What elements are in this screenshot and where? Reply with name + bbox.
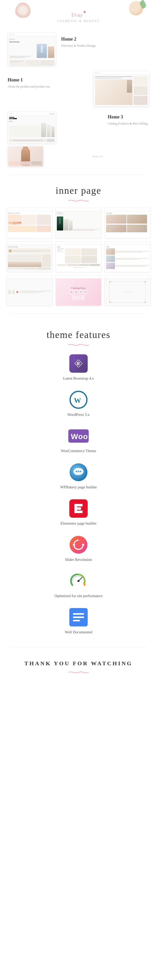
- home2-title: Home 2: [61, 37, 149, 42]
- svg-rect-18: [75, 507, 81, 510]
- svg-point-13: [78, 471, 79, 472]
- inner-page-title: inner page: [5, 185, 152, 196]
- inner-pages-grid: What New Offer: [0, 204, 157, 313]
- documented-label: Well Documented: [65, 630, 92, 634]
- documented-icon: [69, 608, 88, 627]
- svg-text:W: W: [74, 396, 81, 404]
- thankyou-title: THANK YOU FOR WATCHING: [5, 660, 152, 667]
- slider-revolution-label: Slider Revolution: [65, 557, 92, 562]
- wpbakery-icon: [69, 463, 88, 482]
- feature-wpbakery: WPBakery page builder: [60, 462, 97, 489]
- wordpress-icon-wrap: W: [68, 390, 89, 410]
- elementor-label: Elementor page builder: [61, 521, 97, 526]
- inner-page-title-area: inner page: [0, 175, 157, 204]
- theme-features-title: theme features: [10, 329, 147, 340]
- brand-logo: Uray: [5, 8, 152, 19]
- home1-preview[interactable]: [93, 71, 149, 107]
- home1-info: Home 1 About the product and product our: [8, 71, 88, 89]
- thankyou-section: THANK YOU FOR WATCHING: [0, 648, 157, 687]
- inner-page-coming-soon[interactable]: Coming Soon 00 44 47 50: [56, 275, 102, 306]
- svg-point-26: [78, 580, 79, 582]
- feature-optimized: Optimized for site performance: [54, 571, 103, 598]
- woocommerce-label: WooCommerce Theme: [61, 449, 96, 453]
- wordpress-icon: W: [69, 391, 88, 409]
- demos-section: Spray Moisturizing: [0, 27, 157, 174]
- inner-page-shop-offer[interactable]: What New Offer: [6, 208, 52, 239]
- svg-point-20: [70, 536, 87, 554]
- home1-title: Home 1: [8, 77, 88, 83]
- home3-title: Home 3: [108, 115, 149, 120]
- theme-features-section: theme features: [0, 314, 157, 647]
- theme-features-wavy: [68, 342, 89, 344]
- home1-mock: [94, 71, 149, 107]
- home3-right-info: [61, 112, 103, 116]
- home2-mock: Spray Moisturizing: [8, 33, 56, 65]
- product-label: Product list: [46, 155, 149, 158]
- inner-page-blog[interactable]: Blog: [105, 242, 151, 272]
- optimized-label: Optimized for site performance: [54, 594, 103, 598]
- svg-rect-17: [75, 504, 82, 506]
- feature-woocommerce: Woo WooCommerce Theme: [61, 426, 96, 453]
- home3-left-preview[interactable]: White Body: [8, 112, 56, 144]
- inner-page-wavy: [68, 198, 89, 200]
- header-section: Uray Cosmetic & Beauty: [0, 0, 157, 27]
- svg-rect-19: [75, 511, 82, 513]
- home2-info: Home 2 Directory & Product Design: [61, 33, 149, 48]
- slider-revolution-icon-wrap: [68, 535, 89, 555]
- features-grid: B Latest Bootstrap 4.x W WordPress 5.x: [5, 348, 152, 640]
- optimized-icon-wrap: [68, 571, 89, 591]
- home3-previews-row: Product list: [8, 146, 149, 167]
- brand-subtitle: Cosmetic & Beauty: [5, 19, 152, 22]
- inner-page-shop[interactable]: Shop: [56, 242, 102, 272]
- documented-icon-wrap: [68, 607, 89, 627]
- home3-desc: Catalog Products & Best Selling: [108, 121, 149, 126]
- home3-left-mock: White Body: [8, 112, 56, 143]
- svg-point-14: [80, 471, 81, 472]
- home3-woman-preview[interactable]: [8, 146, 43, 167]
- wordpress-label: WordPress 5.x: [67, 412, 89, 417]
- inner-page-what-says[interactable]: What Says They: [6, 242, 52, 272]
- inner-page-products-natural[interactable]: Products from natural: [56, 208, 102, 239]
- feature-wordpress: W WordPress 5.x: [67, 390, 89, 417]
- elementor-icon-wrap: [68, 498, 89, 519]
- slider-revolution-icon: [69, 536, 88, 554]
- bootstrap-icon: B: [69, 354, 88, 373]
- feature-slider-revolution: Slider Revolution: [65, 535, 92, 562]
- optimized-icon: [69, 572, 88, 590]
- svg-rect-29: [73, 616, 84, 618]
- home2-preview[interactable]: Spray Moisturizing: [8, 33, 56, 66]
- feature-elementor: Elementor page builder: [61, 498, 97, 526]
- demo-row-home3: White Body: [8, 112, 149, 144]
- svg-point-12: [76, 471, 77, 472]
- brand-name: Uray: [71, 13, 83, 18]
- svg-rect-28: [73, 613, 84, 615]
- wpbakery-icon-wrap: [68, 462, 89, 482]
- wpbakery-label: WPBakery page builder: [60, 485, 97, 489]
- demo-row-home1: Home 1 About the product and product our: [8, 71, 149, 107]
- brand-dot: [84, 11, 86, 13]
- theme-features-title-area: theme features: [5, 319, 152, 348]
- svg-text:Woo: Woo: [71, 432, 88, 441]
- home2-desc: Directory & Product Design: [61, 43, 149, 48]
- demo-row-home2: Spray Moisturizing: [8, 33, 149, 66]
- feature-documented: Well Documented: [65, 607, 92, 634]
- svg-text:B: B: [77, 361, 80, 366]
- home1-desc: About the product and product our: [8, 84, 88, 89]
- inner-page-corner-lines[interactable]: CANRESTO: [105, 275, 151, 306]
- thankyou-wavy: [68, 670, 89, 672]
- woocommerce-icon-wrap: Woo: [68, 426, 89, 446]
- bootstrap-label: Latest Bootstrap 4.x: [63, 376, 94, 380]
- inner-page-404[interactable]: 04: [6, 275, 52, 306]
- woocommerce-icon: Woo: [68, 430, 89, 443]
- inner-page-our-team[interactable]: Our Team: [105, 208, 151, 239]
- feature-bootstrap: B Latest Bootstrap 4.x: [63, 353, 94, 380]
- svg-rect-30: [73, 620, 80, 621]
- bootstrap-icon-wrap: B: [68, 353, 89, 374]
- elementor-icon: [69, 499, 88, 518]
